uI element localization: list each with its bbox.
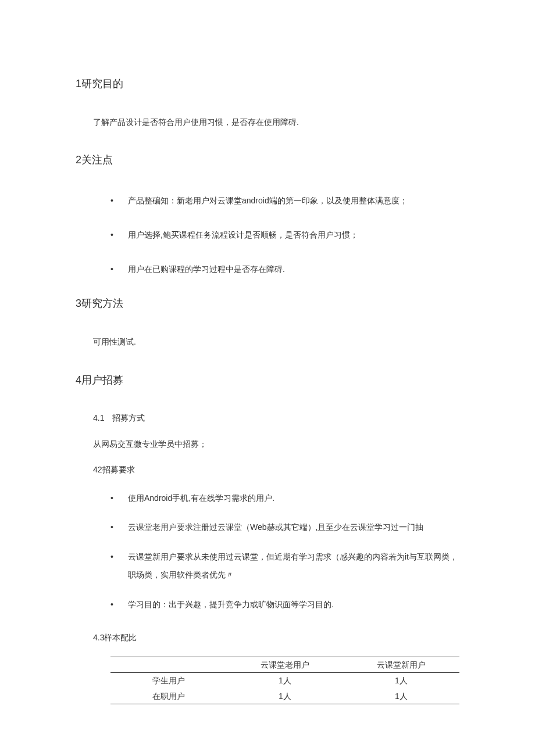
section-4-1-heading: 4.1 招募方式 — [93, 411, 459, 424]
table-cell: 1人 — [343, 673, 459, 689]
section-1-paragraph: 了解产品设计是否符合用户使用习惯，是否存在使用障碍. — [93, 116, 459, 128]
section-4-3-heading: 4.3样本配比 — [93, 631, 459, 644]
table-cell: 1人 — [343, 689, 459, 704]
table-header-cell — [110, 657, 227, 672]
table-cell: 学生用户 — [110, 673, 227, 689]
section-3-heading: 3研究方法 — [76, 295, 459, 312]
table-header-cell: 云课堂老用户 — [227, 657, 343, 672]
bullet-item: 学习目的：出于兴趣，提升竞争力或旷物识面等学习目的. — [93, 596, 459, 614]
table-cell: 1人 — [227, 689, 343, 704]
section-4-2-bullet-list: 使用Android手机,有在线学习需求的用户. 云课堂老用户要求注册过云课堂（W… — [93, 489, 459, 614]
section-4-2-heading: 42招募要求 — [93, 463, 459, 476]
table-row: 在职用户 1人 1人 — [110, 689, 459, 704]
section-2-heading: 2关注点 — [76, 152, 459, 169]
table-header-cell: 云课堂新用户 — [343, 657, 459, 672]
section-2-bullet-list: 产品整碥知：新老用户对云课堂android端的第一印象，以及使用整体满意度； 用… — [93, 192, 459, 278]
section-4-1-paragraph: 从网易交互微专业学员中招募； — [93, 438, 459, 450]
table-header-row: 云课堂老用户 云课堂新用户 — [110, 657, 459, 672]
table-cell: 1人 — [227, 673, 343, 689]
section-1-heading: 1研究目的 — [76, 76, 459, 92]
section-4-heading: 4用户招募 — [76, 372, 459, 389]
sample-ratio-table-wrap: 云课堂老用户 云课堂新用户 学生用户 1人 1人 在职用户 1人 1人 — [110, 657, 459, 704]
table-cell: 在职用户 — [110, 689, 227, 704]
table-row: 学生用户 1人 1人 — [110, 673, 459, 689]
bullet-item: 产品整碥知：新老用户对云课堂android端的第一印象，以及使用整体满意度； — [93, 192, 459, 210]
bullet-item: 用户在已购课程的学习过程中是否存在障碍. — [93, 260, 459, 278]
section-3-paragraph: 可用性测试. — [93, 335, 459, 348]
bullet-item: 云课堂新用户要求从未使用过云课堂，但近期有学习需求（感兴趣的内容若为it与互联网… — [93, 548, 459, 584]
sample-ratio-table: 云课堂老用户 云课堂新用户 学生用户 1人 1人 在职用户 1人 1人 — [110, 657, 459, 704]
bullet-item: 云课堂老用户要求注册过云课堂（Web赫或其它端）,且至少在云课堂学习过一门抽 — [93, 518, 459, 536]
bullet-item: 使用Android手机,有在线学习需求的用户. — [93, 489, 459, 507]
bullet-item: 用户选择,鲍买课程任务流程设计是否顺畅，是否符合用户习惯； — [93, 226, 459, 244]
